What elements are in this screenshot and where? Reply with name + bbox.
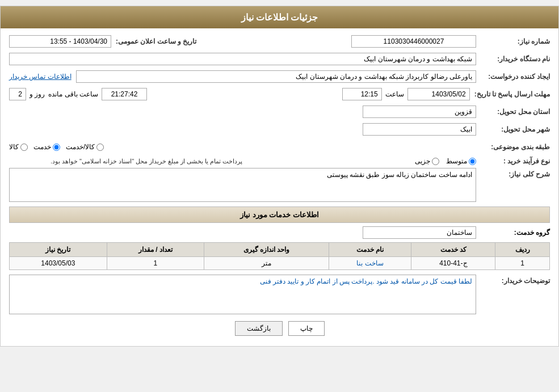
needs-info-section-title: اطلاعات خدمات مورد نیاز [9, 206, 550, 223]
cell-service-name: ساخت بنا [329, 257, 411, 270]
category-khedmat-label: خدمت [33, 143, 51, 151]
buyer-org-value: شبکه بهداشت و درمان شهرستان ابیک [9, 53, 476, 65]
need-number-row: شماره نیاز: 1103030446000027 تاریخ و ساع… [9, 34, 550, 49]
page-wrapper: جزئیات اطلاعات نیاز شماره نیاز: 11030304… [0, 6, 559, 347]
table-header: ردیف کد خدمت نام خدمت واحد اندازه گیری ت… [10, 243, 550, 257]
reply-time-value: 12:15 [342, 88, 382, 100]
buyer-org-label: نام دستگاه خریدار: [476, 55, 550, 63]
print-button[interactable]: چاپ [288, 321, 325, 336]
category-kala-khedmat[interactable]: کالا/خدمت [66, 143, 104, 151]
city-value: ابیک [363, 123, 476, 136]
col-quantity: تعداد / مقدار [107, 243, 204, 257]
table-header-row: ردیف کد خدمت نام خدمت واحد اندازه گیری ت… [10, 243, 550, 257]
col-rownum: ردیف [495, 243, 550, 257]
buttons-row: چاپ بازگشت [9, 321, 550, 336]
city-label: شهر محل تحویل: [476, 125, 550, 133]
page-title: جزئیات اطلاعات نیاز [241, 12, 318, 22]
purchase-motavaset-label: متوسط [446, 157, 467, 165]
creator-value: یاورعلی رضالو کاربرداز شبکه بهداشت و درم… [76, 70, 476, 83]
creator-label: ایجاد کننده درخواست: [476, 73, 550, 81]
reply-days-label: روز و [30, 90, 45, 98]
creator-row: ایجاد کننده درخواست: یاورعلی رضالو کاربر… [9, 69, 550, 84]
category-kala-khedmat-label: کالا/خدمت [66, 143, 95, 151]
province-label: استان محل تحویل: [476, 108, 550, 116]
cell-service-code: ج-41-410 [411, 257, 495, 270]
category-radio-group: کالا/خدمت خدمت کالا [9, 143, 476, 151]
group-service-label: گروه خدمت: [476, 229, 550, 237]
category-kala-radio[interactable] [20, 144, 28, 151]
announce-value: 1403/04/30 - 13:55 [9, 35, 111, 48]
purchase-jozvi-label: جزیی [415, 157, 430, 165]
purchase-type-row: نوع فرآیند خرید : متوسط جزیی پرداخت تمام… [9, 157, 550, 165]
purchase-type-label: نوع فرآیند خرید : [476, 157, 550, 165]
reply-date-group: 1403/05/02 ساعت 12:15 21:27:42 ساعت باقی… [9, 88, 470, 100]
col-unit: واحد اندازه گیری [204, 243, 329, 257]
purchase-note: پرداخت تمام یا بخشی از مبلغ خریداز محل "… [9, 158, 243, 165]
group-service-value: ساختمان [363, 226, 476, 239]
reply-remaining-label: ساعت باقی مانده [48, 90, 98, 98]
purchase-jozvi[interactable]: جزیی [415, 157, 439, 165]
cell-unit: متر [204, 257, 329, 270]
group-service-row: گروه خدمت: ساختمان [9, 226, 550, 239]
buyer-org-row: نام دستگاه خریدار: شبکه بهداشت و درمان ش… [9, 52, 550, 66]
category-kala[interactable]: کالا [9, 143, 28, 151]
category-label: طبقه بندی موضوعی: [476, 143, 550, 151]
reply-date-value: 1403/05/02 [407, 88, 470, 100]
page-header: جزئیات اطلاعات نیاز [1, 6, 558, 28]
reply-time-label: ساعت [385, 90, 404, 98]
creator-link[interactable]: اطلاعات تماس خریدار [9, 73, 72, 81]
need-desc-textarea[interactable] [9, 168, 476, 202]
need-number-value: 1103030446000027 [351, 35, 476, 48]
category-row: طبقه بندی موضوعی: کالا/خدمت خدمت کالا [9, 140, 550, 154]
city-row: شهر محل تحویل: ابیک [9, 122, 550, 137]
need-number-label: شماره نیاز: [476, 37, 550, 45]
cell-rownum: 1 [495, 257, 550, 270]
buyer-desc-row: توضیحات خریدار: [9, 275, 550, 314]
purchase-options: متوسط جزیی [243, 157, 477, 165]
purchase-motavaset[interactable]: متوسط [446, 157, 476, 165]
cell-quantity: 1 [107, 257, 204, 270]
col-date: تاریخ نیاز [10, 243, 107, 257]
announce-label: تاریخ و ساعت اعلان عمومی: [111, 37, 201, 45]
main-content: شماره نیاز: 1103030446000027 تاریخ و ساع… [1, 28, 558, 346]
category-kala-label: کالا [9, 143, 19, 151]
services-table: ردیف کد خدمت نام خدمت واحد اندازه گیری ت… [9, 242, 550, 270]
back-button[interactable]: بازگشت [235, 321, 283, 336]
col-service-code: کد خدمت [411, 243, 495, 257]
category-khedmat-radio[interactable] [53, 144, 60, 151]
table-row: 1 ج-41-410 ساخت بنا متر 1 1403/05/03 [10, 257, 550, 270]
category-khedmat[interactable]: خدمت [33, 143, 60, 151]
buyer-desc-label: توضیحات خریدار: [476, 275, 550, 285]
cell-date: 1403/05/03 [10, 257, 107, 270]
category-kala-khedmat-radio[interactable] [96, 144, 104, 151]
purchase-motavaset-radio[interactable] [469, 158, 476, 165]
province-value: قزوین [363, 106, 476, 118]
reply-days-value: 2 [9, 88, 26, 100]
need-desc-row: شرح کلی نیاز: [9, 168, 550, 202]
buyer-desc-textarea[interactable] [9, 275, 476, 314]
reply-remaining-value: 21:27:42 [102, 88, 147, 100]
col-service-name: نام خدمت [329, 243, 411, 257]
reply-date-label: مهلت ارسال پاسخ تا تاریخ: [470, 90, 550, 98]
province-row: استان محل تحویل: قزوین [9, 104, 550, 119]
purchase-jozvi-radio[interactable] [432, 158, 439, 165]
reply-date-row: مهلت ارسال پاسخ تا تاریخ: 1403/05/02 ساع… [9, 87, 550, 102]
table-body: 1 ج-41-410 ساخت بنا متر 1 1403/05/03 [10, 257, 550, 270]
need-desc-label: شرح کلی نیاز: [476, 168, 550, 178]
